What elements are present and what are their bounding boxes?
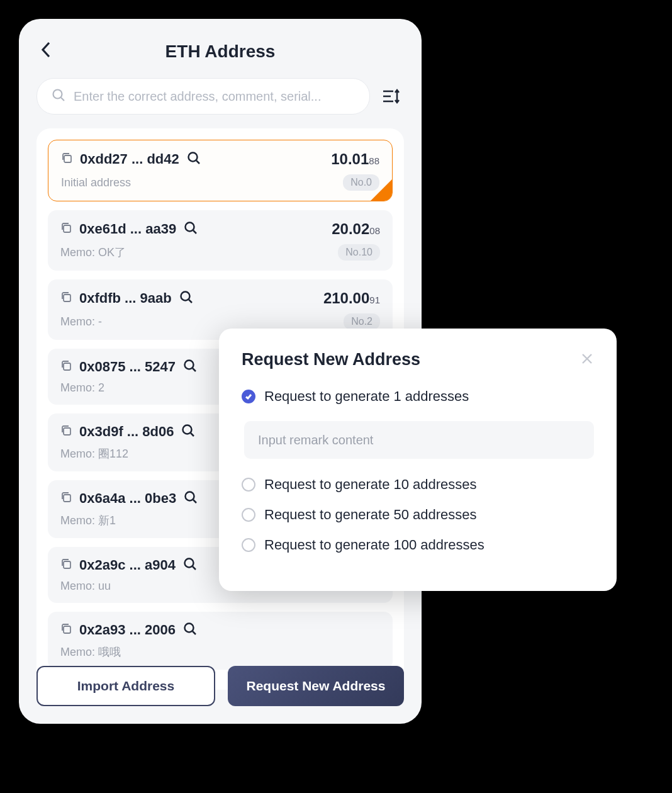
balance: 20.0208 — [332, 220, 380, 238]
memo-text: Memo: 2 — [60, 381, 104, 395]
magnify-icon[interactable] — [184, 490, 198, 507]
svg-line-1 — [61, 98, 64, 101]
copy-icon[interactable] — [61, 152, 72, 166]
search-input[interactable] — [74, 89, 356, 104]
svg-line-19 — [191, 433, 194, 436]
svg-point-27 — [184, 624, 193, 633]
generate-option[interactable]: Request to generate 100 addresses — [242, 537, 594, 553]
option-label: Request to generate 1 addresses — [264, 388, 469, 405]
magnify-icon[interactable] — [184, 221, 198, 237]
memo-text: Memo: 圈112 — [60, 446, 128, 461]
radio-checked-icon[interactable] — [242, 390, 255, 403]
generate-option[interactable]: Request to generate 50 addresses — [242, 507, 594, 523]
modal-header: Request New Address — [242, 350, 594, 369]
magnify-icon[interactable] — [183, 557, 197, 573]
page-title: ETH Address — [165, 42, 276, 62]
balance: 10.0188 — [331, 150, 379, 168]
svg-point-0 — [53, 90, 62, 99]
serial-badge: No.10 — [338, 244, 380, 261]
copy-icon[interactable] — [60, 425, 72, 439]
svg-rect-23 — [64, 561, 70, 568]
memo-text: Memo: uu — [60, 580, 111, 593]
svg-point-18 — [183, 425, 192, 434]
option-label: Request to generate 100 addresses — [264, 537, 484, 553]
svg-rect-26 — [64, 626, 70, 633]
address-text: 0xfdfb ... 9aab — [79, 290, 172, 307]
modal-title: Request New Address — [242, 350, 420, 369]
svg-point-21 — [186, 492, 194, 501]
copy-icon[interactable] — [60, 360, 72, 374]
svg-line-22 — [193, 500, 196, 503]
address-text: 0xdd27 ... dd42 — [80, 151, 179, 167]
radio-unchecked-icon[interactable] — [242, 538, 255, 552]
svg-point-15 — [184, 361, 193, 369]
svg-line-13 — [189, 300, 192, 303]
svg-line-16 — [193, 368, 196, 371]
magnify-icon[interactable] — [187, 151, 201, 167]
import-address-button[interactable]: Import Address — [36, 666, 215, 706]
svg-rect-8 — [64, 225, 70, 232]
radio-unchecked-icon[interactable] — [242, 508, 255, 522]
address-item[interactable]: 0x2a93 ... 2006Memo: 哦哦 — [48, 612, 393, 670]
serial-badge: No.2 — [344, 313, 380, 330]
generate-option[interactable]: Request to generate 1 addresses — [242, 388, 594, 405]
back-button[interactable] — [39, 40, 53, 62]
svg-line-25 — [193, 566, 196, 570]
svg-point-12 — [181, 292, 189, 301]
address-item[interactable]: 0xdd27 ... dd4210.0188Initial addressNo.… — [48, 140, 393, 201]
option-label: Request to generate 50 addresses — [264, 507, 477, 523]
copy-icon[interactable] — [60, 492, 72, 505]
copy-icon[interactable] — [60, 623, 72, 637]
address-text: 0xe61d ... aa39 — [79, 221, 176, 237]
memo-text: Memo: 新1 — [60, 513, 116, 528]
footer: Import Address Request New Address — [36, 666, 404, 706]
address-item[interactable]: 0xe61d ... aa3920.0208Memo: OK了No.10 — [48, 210, 393, 271]
address-text: 0x3d9f ... 8d06 — [79, 424, 174, 440]
magnify-icon[interactable] — [183, 622, 197, 638]
request-new-address-modal: Request New Address Request to generate … — [219, 329, 617, 591]
copy-icon[interactable] — [60, 291, 72, 305]
svg-rect-14 — [64, 363, 70, 370]
svg-line-7 — [196, 160, 199, 164]
memo-text: Memo: 哦哦 — [60, 644, 121, 660]
balance: 210.0091 — [323, 290, 380, 307]
address-text: 0x6a4a ... 0be3 — [79, 490, 176, 507]
remark-input[interactable] — [244, 421, 594, 459]
svg-rect-17 — [64, 428, 70, 435]
memo-text: Memo: - — [60, 315, 102, 329]
address-text: 0x2a9c ... a904 — [79, 557, 176, 573]
search-icon — [51, 87, 66, 105]
option-label: Request to generate 10 addresses — [264, 476, 477, 493]
svg-rect-5 — [64, 155, 71, 162]
radio-unchecked-icon[interactable] — [242, 478, 255, 492]
svg-rect-20 — [64, 495, 70, 502]
svg-line-28 — [193, 631, 196, 634]
request-new-address-button[interactable]: Request New Address — [228, 666, 404, 706]
magnify-icon[interactable] — [179, 290, 193, 307]
sort-button[interactable] — [379, 84, 404, 109]
svg-point-6 — [188, 153, 197, 162]
memo-text: Initial address — [61, 176, 131, 189]
svg-point-9 — [186, 223, 194, 232]
copy-icon[interactable] — [60, 558, 72, 572]
magnify-icon[interactable] — [181, 424, 195, 440]
magnify-icon[interactable] — [183, 359, 197, 375]
svg-line-10 — [193, 230, 196, 233]
generate-option[interactable]: Request to generate 10 addresses — [242, 476, 594, 493]
address-text: 0x0875 ... 5247 — [79, 359, 176, 375]
copy-icon[interactable] — [60, 222, 72, 236]
memo-text: Memo: OK了 — [60, 245, 126, 260]
search-box[interactable] — [36, 78, 370, 115]
close-icon[interactable] — [580, 352, 594, 368]
search-row — [36, 78, 404, 115]
svg-rect-11 — [64, 295, 70, 301]
svg-point-24 — [184, 559, 193, 568]
serial-badge: No.0 — [343, 174, 379, 191]
header: ETH Address — [36, 37, 404, 67]
address-text: 0x2a93 ... 2006 — [79, 622, 176, 638]
